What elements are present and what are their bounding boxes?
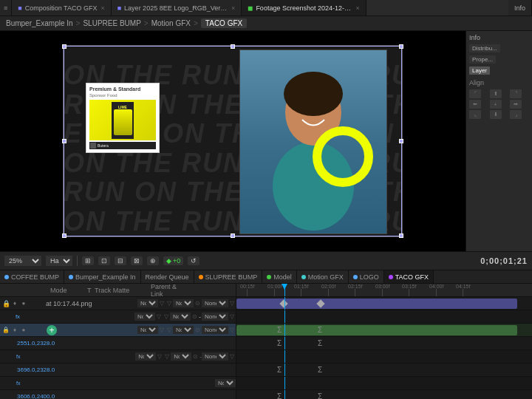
layer-row-fx3[interactable]: fx Nc [0, 377, 236, 390]
clip-1[interactable] [236, 299, 517, 309]
tab-layer[interactable]: Layer [469, 66, 490, 75]
toggle-rulers-btn[interactable]: ⊟ [115, 256, 126, 265]
coord-2: 3696.0,2328.0 [15, 366, 57, 373]
breadcrumb-item-1[interactable]: Bumper_Example In [6, 19, 73, 27]
info-tab[interactable]: Info [508, 0, 532, 16]
quality-select[interactable]: Half Full Quarter [46, 256, 72, 266]
playhead-coord2 [284, 364, 285, 376]
tl-tab-logo[interactable]: LOGO [349, 270, 384, 284]
layer-fx3-mode[interactable]: Nc [215, 379, 236, 387]
align-ml[interactable]: ⬅ [469, 100, 481, 109]
breadcrumb-item-2[interactable]: SLUPREE BUMP [83, 19, 140, 27]
diamond-icon: ◆ [166, 257, 171, 265]
vis-icon-1[interactable]: ● [20, 300, 27, 307]
tab-screenshot[interactable]: ◼ Footage Screenshot 2024-12-20 at 10.17… [242, 0, 366, 16]
dot-logo [353, 275, 358, 279]
product-can: LIME [112, 102, 134, 139]
color-picker-btn[interactable]: ⊕ [147, 256, 159, 265]
align-bc[interactable]: ⬇ [490, 110, 502, 119]
align-label: Align [469, 79, 529, 86]
layer-fx2-mode[interactable]: Nc [135, 352, 156, 361]
tl-tab-model[interactable]: Model [262, 270, 297, 284]
layer-1-link: ⊙ [194, 300, 202, 307]
dot-coffee-bump [4, 275, 9, 279]
layer-fx1-mode[interactable]: Nc [134, 313, 155, 321]
solo-icon-3[interactable]: ♦ [11, 327, 18, 334]
toggle-snap-btn[interactable]: ⊠ [131, 256, 143, 265]
sponsor-card: Premium & Standard Sponsor Food LIME But… [86, 83, 160, 153]
layer-1-icons: 🔒 ♦ ● [0, 300, 44, 307]
reset-btn[interactable]: ↺ [188, 256, 200, 265]
canvas-area[interactable]: ON THE RUN ON THE RUN O RUN ON THE RUN O… [0, 31, 466, 251]
timecode: 0;00;01;21 [480, 256, 528, 265]
close-icon3[interactable]: × [355, 4, 359, 12]
tab-prope[interactable]: Prope... [469, 55, 496, 64]
close-icon[interactable]: × [100, 4, 104, 12]
dot-motion-gfx [301, 275, 306, 279]
zoom-select[interactable]: 25% 50% 100% [4, 256, 41, 266]
align-tc[interactable]: ⬆ [490, 89, 502, 98]
tl-tab-coffee-bump[interactable]: COFFEE BUMP [0, 270, 64, 284]
right-tab-row2: Prope... [469, 55, 529, 64]
align-tr[interactable]: ⌝ [510, 89, 522, 98]
ruler-mark-3: 02:00f [321, 284, 335, 296]
align-br[interactable]: ⌟ [510, 110, 522, 119]
align-tl[interactable]: ⌜ [469, 89, 481, 98]
breadcrumb-item-4[interactable]: TACO GFX [201, 18, 247, 28]
tl-tab-coffee-bump-label: COFFEE BUMP [11, 273, 59, 281]
tl-tab-slupree[interactable]: SLUPREE BUMP [194, 270, 263, 284]
layer-1-track[interactable]: Nc [173, 299, 194, 307]
layer-row-fx2[interactable]: fx Nc ▽ ▽ Nc ⊙ - None ▽ [0, 350, 236, 364]
layer-row-1[interactable]: 🔒 ♦ ● at 10:17.44.png Nc ▽ ▽ Nc ⊙ None ▽ [0, 297, 236, 310]
add-marker-btn[interactable]: ◆ +0 [163, 256, 183, 265]
layer-fx1-track[interactable]: Nc [170, 313, 191, 321]
layer-1-mode[interactable]: Nc [137, 299, 158, 307]
fx-icon-1[interactable]: fx [14, 313, 21, 321]
track-row-fx3 [236, 377, 532, 390]
toggle-grid-btn[interactable]: ⊞ [82, 256, 94, 265]
layer-fx1-parent[interactable]: None [202, 313, 228, 321]
layer-3-track[interactable]: Nc [173, 326, 194, 334]
timeline-area: Mode T Track Matte Parent & Link 🔒 ♦ ● a… [0, 284, 532, 399]
fx-label-3: fx [15, 381, 21, 386]
align-bl[interactable]: ⌞ [469, 110, 481, 119]
main-area: ON THE RUN ON THE RUN O RUN ON THE RUN O… [0, 31, 532, 251]
layer-row-fx1[interactable]: fx Nc ▽ ▽ Nc ⊙ - None ▽ [0, 310, 236, 324]
timeline-tabs: COFFEE BUMP Bumper_Example In Render Que… [0, 270, 532, 284]
svg-point-2 [284, 72, 343, 116]
canvas-content: ON THE RUN ON THE RUN O RUN ON THE RUN O… [63, 45, 403, 237]
eye-icon-1[interactable]: 🔒 [2, 300, 10, 307]
eye-icon-3[interactable]: 🔒 [2, 327, 10, 334]
vis-icon-3[interactable]: ● [20, 327, 27, 334]
layer-1-parent[interactable]: None [202, 299, 228, 307]
layer-row-3[interactable]: 🔒 ♦ ● + Nc ▽ ▽ Nc ⊙ None ▽ [0, 324, 236, 337]
app-icon-tab[interactable]: ≡ [0, 0, 12, 16]
track-row-1 [236, 297, 532, 310]
tab-distribu[interactable]: Distribu... [469, 44, 500, 52]
tl-tab-taco-gfx[interactable]: TACO GFX [384, 270, 434, 284]
tab-composition[interactable]: ■ Composition TACO GFX × [12, 0, 111, 16]
align-mc[interactable]: + [490, 100, 502, 109]
tl-tab-bumper[interactable]: Bumper_Example In [64, 270, 141, 284]
align-mr[interactable]: ➡ [510, 100, 522, 109]
layer-fx2-track[interactable]: Nc [171, 352, 191, 361]
layer-3-mode[interactable]: Nc [137, 326, 158, 334]
track-row-fx1 [236, 310, 532, 324]
solo-icon-1[interactable]: ♦ [11, 300, 18, 307]
right-panel: Info Distribu... Prope... Layer Align ⌜ … [466, 31, 532, 251]
layer-3-parent[interactable]: None [202, 326, 228, 334]
sponsor-title: Premium & Standard [89, 86, 156, 92]
ruler-mark-4: 02:15f [348, 284, 362, 296]
toggle-safe-btn[interactable]: ⊡ [98, 256, 110, 265]
tab-footage[interactable]: ■ Layer 2025 8EE Logo_RGB_Vertical_White… [112, 0, 242, 16]
track-coord-2: Σ Σ [236, 364, 532, 377]
add-layer-button[interactable]: + [47, 325, 57, 335]
layer-fx2-parent[interactable]: None [202, 352, 228, 361]
playhead-head [282, 284, 287, 290]
right-tab-row3: Layer [469, 66, 529, 75]
layer-fx1-icons: fx [0, 313, 44, 321]
tl-tab-motion-gfx[interactable]: Motion GFX [297, 270, 349, 284]
breadcrumb-item-3[interactable]: Motion GFX [151, 19, 191, 27]
close-icon2[interactable]: × [231, 4, 235, 12]
tl-tab-render[interactable]: Render Queue [141, 270, 194, 284]
